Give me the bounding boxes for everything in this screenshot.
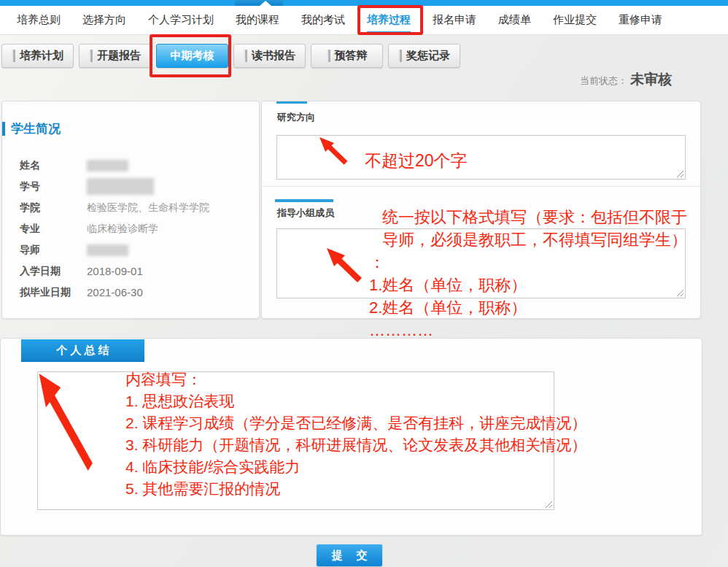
field-row-name: 姓名 xyxy=(2,155,259,176)
nav-item[interactable]: 成绩单 xyxy=(498,6,531,34)
field-row-graduate-date: 拟毕业日期 2021-06-30 xyxy=(2,282,259,303)
field-row-student-id: 学号 xyxy=(2,176,259,197)
midterm-form-panel: 研究方向 指导小组成员 xyxy=(261,101,701,319)
tab-label: 中期考核 xyxy=(171,49,214,63)
tab-item[interactable]: 开题报告 xyxy=(79,44,151,68)
field-label: 学院 xyxy=(2,201,87,215)
tab-label: 培养计划 xyxy=(20,49,63,63)
nav-item[interactable]: 选择方向 xyxy=(82,6,126,34)
nav-item[interactable]: 作业提交 xyxy=(553,6,597,34)
masked-value xyxy=(87,160,128,171)
top-accent-bar xyxy=(0,0,728,6)
field-label: 拟毕业日期 xyxy=(2,286,87,299)
tab-label: 奖惩记录 xyxy=(406,49,450,63)
section-accent-bar xyxy=(276,101,307,104)
personal-summary-textarea[interactable] xyxy=(38,372,554,509)
main-nav: 培养总则 选择方向 个人学习计划 我的课程 我的考试 培养过程 报名申请 成绩单… xyxy=(0,6,728,35)
nav-item[interactable]: 我的考试 xyxy=(301,6,345,34)
tab-label: 预答辩 xyxy=(335,49,368,63)
advisory-group-label: 指导小组成员 xyxy=(277,207,334,220)
field-label: 专业 xyxy=(2,223,87,236)
research-direction-textarea[interactable] xyxy=(277,136,685,179)
tab-item-active[interactable]: 中期考核 xyxy=(156,44,228,68)
sub-tabs: 培养计划 开题报告 中期考核 读书报告 预答辩 奖惩记录 xyxy=(1,44,460,68)
field-value: 临床检验诊断学 xyxy=(87,223,158,236)
field-label: 导师 xyxy=(2,244,87,257)
field-value: 2021-06-30 xyxy=(87,286,143,298)
section-divider xyxy=(262,186,700,187)
nav-item[interactable]: 个人学习计划 xyxy=(148,6,214,34)
field-label: 姓名 xyxy=(2,159,87,172)
research-direction-label: 研究方向 xyxy=(277,111,315,124)
submit-button[interactable]: 提 交 xyxy=(317,544,382,566)
research-direction-field xyxy=(276,135,686,180)
personal-summary-field xyxy=(37,371,554,510)
title-accent-bar xyxy=(2,122,5,136)
tab-label: 读书报告 xyxy=(252,49,295,63)
grip-icon xyxy=(12,50,15,62)
tab-item[interactable]: 读书报告 xyxy=(233,44,306,68)
field-row-major: 专业 临床检验诊断学 xyxy=(2,218,259,239)
current-status: 当前状态： 未审核 xyxy=(580,70,697,89)
personal-summary-header[interactable]: 个 人 总 结 xyxy=(21,339,144,362)
panel-title: 学生简况 xyxy=(2,120,61,137)
status-label: 当前状态： xyxy=(580,74,627,88)
field-row-tutor: 导师 xyxy=(2,239,259,261)
student-info-panel: 学生简况 姓名 学号 学院 检验医学院、生命科学学院 专业 临床检验诊断学 导师 xyxy=(1,101,260,319)
grip-icon xyxy=(89,50,93,62)
nav-item[interactable]: 我的课程 xyxy=(236,6,279,34)
field-value: 检验医学院、生命科学学院 xyxy=(87,201,209,215)
field-label: 入学日期 xyxy=(2,265,87,278)
grip-icon xyxy=(327,50,330,62)
field-value: 2018-09-01 xyxy=(87,265,143,277)
field-label: 学号 xyxy=(2,180,87,193)
nav-item[interactable]: 培养总则 xyxy=(17,6,61,34)
resize-handle-icon[interactable] xyxy=(545,501,553,509)
advisory-group-field xyxy=(276,228,686,298)
resize-handle-icon[interactable] xyxy=(676,170,684,178)
tab-item[interactable]: 预答辩 xyxy=(311,44,383,68)
grip-icon xyxy=(398,50,402,62)
field-row-college: 学院 检验医学院、生命科学学院 xyxy=(2,197,259,218)
masked-value xyxy=(87,178,154,195)
panel-title-text: 学生简况 xyxy=(11,120,61,137)
masked-value xyxy=(87,244,128,256)
page: 培养总则 选择方向 个人学习计划 我的课程 我的考试 培养过程 报名申请 成绩单… xyxy=(0,0,728,567)
nav-item-active[interactable]: 培养过程 xyxy=(367,6,411,34)
section-accent-bar xyxy=(275,199,333,202)
resize-handle-icon[interactable] xyxy=(676,289,684,297)
field-row-enroll-date: 入学日期 2018-09-01 xyxy=(2,261,259,282)
nav-item[interactable]: 重修申请 xyxy=(619,6,662,34)
tab-label: 开题报告 xyxy=(97,49,141,63)
top-accent-bar-active-segment xyxy=(235,0,283,6)
nav-item[interactable]: 报名申请 xyxy=(433,6,476,34)
grip-icon xyxy=(244,50,247,62)
tab-item[interactable]: 奖惩记录 xyxy=(388,44,460,68)
personal-summary-panel: 个 人 总 结 xyxy=(0,338,702,536)
student-fields: 姓名 学号 学院 检验医学院、生命科学学院 专业 临床检验诊断学 导师 入学日期 xyxy=(2,155,259,303)
active-menu-pointer-icon xyxy=(260,1,271,6)
tab-item[interactable]: 培养计划 xyxy=(1,44,74,68)
advisory-group-textarea[interactable] xyxy=(277,229,685,298)
status-badge: 未审核 xyxy=(630,70,672,89)
